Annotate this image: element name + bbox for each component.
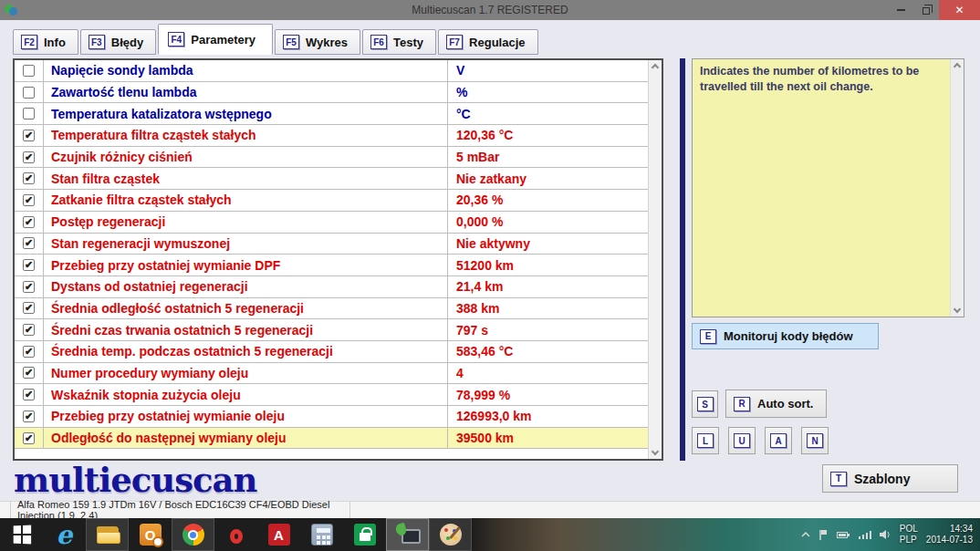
taskbar-adobe-reader-button[interactable] (257, 518, 300, 551)
parameter-row[interactable]: ✔ Średnia odległość ostatnich 5 regenera… (15, 298, 648, 320)
parameter-row[interactable]: ✔ Stan regeneracji wymuszonej Nie aktywn… (15, 234, 648, 255)
scroll-up-icon[interactable] (954, 63, 961, 70)
scroll-down-icon[interactable] (652, 448, 659, 455)
action-center-flag-icon[interactable] (818, 529, 829, 541)
parameter-value: Nie aktywny (448, 234, 648, 255)
row-checkbox[interactable] (23, 65, 35, 77)
parameter-row[interactable]: ✔ Postęp regeneracji 0,000 % (15, 212, 648, 234)
parameter-row[interactable]: ✔ Przebieg przy ostatniej wymianie oleju… (15, 406, 648, 428)
system-tray: POL PLP 14:34 2014-07-13 (801, 518, 980, 551)
adobe-reader-icon (268, 524, 290, 546)
parameter-row[interactable]: ✔ Średni czas trwania ostatnich 5 regene… (15, 319, 648, 341)
taskbar-paint-button[interactable] (429, 518, 472, 551)
parameter-row[interactable]: ✔ Czujnik różnicy ciśnień 5 mBar (15, 147, 648, 169)
parameter-value: 20,36 % (448, 190, 648, 211)
tab-błędy[interactable]: F3 Błędy (80, 29, 156, 55)
taskbar-outlook-button[interactable] (129, 518, 172, 551)
scroll-up-icon[interactable] (652, 64, 659, 71)
date: 2014-07-13 (926, 535, 973, 546)
quick-button-u[interactable]: U (728, 427, 756, 454)
quick-button-n[interactable]: N (801, 427, 829, 454)
row-checkbox[interactable]: ✔ (23, 389, 35, 400)
minimize-icon (897, 9, 905, 11)
parameter-row[interactable]: Temperatura katalizatora wstępnego °C (15, 103, 648, 125)
parameter-row[interactable]: ✔ Zatkanie filtra cząstek stałych 20,36 … (15, 190, 648, 212)
row-checkbox[interactable]: ✔ (23, 346, 35, 358)
tab-testy[interactable]: F6 Testy (362, 29, 436, 55)
parameter-row[interactable]: ✔ Dystans od ostatniej regeneracji 21,4 … (15, 276, 648, 298)
parameter-row[interactable]: ✔ Przebieg przy ostatniej wymianie DPF 5… (15, 255, 648, 276)
taskbar-windows-store-button[interactable] (343, 518, 386, 551)
parameter-name: Czujnik różnicy ciśnień (44, 147, 448, 168)
parameter-value: Nie zatkany (448, 168, 648, 189)
parameter-row[interactable]: ✔ Wskaźnik stopnia zużycia oleju 78,999 … (15, 384, 648, 406)
close-icon: ✕ (954, 4, 964, 16)
network-signal-icon[interactable] (859, 530, 871, 540)
taskbar-calculator-button[interactable] (300, 518, 343, 551)
parameter-name: Przebieg przy ostatniej wymianie DPF (44, 255, 448, 276)
quick-button-a[interactable]: A (765, 427, 792, 454)
start-icon (11, 522, 34, 546)
hidden-icons-chevron-icon[interactable] (801, 531, 810, 538)
row-checkbox[interactable]: ✔ (23, 237, 35, 249)
clock[interactable]: 14:34 2014-07-13 (926, 524, 973, 546)
parameter-name: Średni czas trwania ostatnich 5 regenera… (44, 319, 448, 340)
taskbar-start-button[interactable] (0, 518, 43, 551)
parameter-row[interactable]: ✔ Temperatura filtra cząstek stałych 120… (15, 125, 648, 147)
parameter-row[interactable]: ✔ Numer procedury wymiany oleju 4 (15, 363, 648, 385)
parameter-row[interactable]: Napięcie sondy lambda V (15, 60, 648, 82)
parameter-row[interactable]: ✔ Odległość do następnej wymiany oleju 3… (15, 428, 648, 450)
templates-button[interactable]: T Szablony (822, 464, 958, 493)
table-scrollbar[interactable] (648, 60, 662, 459)
row-checkbox[interactable]: ✔ (23, 151, 35, 163)
tab-regulacje[interactable]: F7 Regulacje (438, 29, 537, 55)
parameter-name: Zatkanie filtra cząstek stałych (44, 190, 448, 211)
auto-sort-button[interactable]: R Auto sort. (725, 390, 827, 418)
row-checkbox[interactable] (23, 108, 35, 120)
row-checkbox[interactable]: ✔ (23, 411, 35, 422)
help-scrollbar[interactable] (950, 59, 964, 317)
row-checkbox[interactable]: ✔ (23, 172, 35, 184)
row-checkbox[interactable]: ✔ (23, 432, 35, 444)
taskbar-buttons (0, 518, 472, 551)
language-indicator[interactable]: POL PLP (900, 524, 918, 546)
taskbar-opera-button[interactable] (214, 518, 257, 551)
parameter-row[interactable]: Zawartość tlenu lambda % (15, 82, 648, 104)
battery-icon[interactable] (837, 531, 850, 539)
multiecuscan-icon (396, 523, 420, 546)
parameter-value: 39500 km (448, 428, 648, 449)
scroll-down-icon[interactable] (954, 306, 961, 313)
parameter-name: Wskaźnik stopnia zużycia oleju (44, 384, 448, 405)
parameter-row[interactable]: ✔ Stan filtra cząstek Nie zatkany (15, 168, 648, 190)
window-title: Multiecuscan 1.7 REGISTERED (0, 4, 980, 16)
tab-parametery[interactable]: F4 Parametery (158, 24, 273, 55)
taskbar-file-explorer-button[interactable] (86, 518, 129, 551)
quick-button-l[interactable]: L (692, 427, 719, 454)
restore-button[interactable] (913, 0, 939, 20)
volume-icon[interactable] (880, 529, 891, 540)
parameter-value: 583,46 °C (448, 341, 648, 362)
row-checkbox[interactable]: ✔ (23, 281, 35, 293)
row-checkbox[interactable]: ✔ (23, 216, 35, 228)
taskbar-chrome-button[interactable] (172, 518, 214, 551)
row-checkbox[interactable]: ✔ (23, 324, 35, 336)
parameter-row[interactable]: ✔ Średnia temp. podczas ostatnich 5 rege… (15, 341, 648, 363)
sort-button[interactable]: S (692, 390, 718, 418)
row-checkbox[interactable]: ✔ (23, 367, 35, 379)
minimize-button[interactable] (888, 0, 913, 20)
parameter-value: 21,4 km (448, 276, 648, 297)
parameter-value: 388 km (448, 298, 648, 319)
tab-info[interactable]: F2 Info (13, 29, 78, 55)
taskbar-multiecuscan-button[interactable] (386, 518, 429, 551)
chrome-icon (182, 524, 204, 546)
row-checkbox[interactable] (23, 87, 35, 99)
close-button[interactable]: ✕ (939, 0, 980, 20)
row-checkbox[interactable]: ✔ (23, 130, 35, 141)
row-checkbox[interactable]: ✔ (23, 302, 35, 314)
row-checkbox[interactable]: ✔ (23, 259, 35, 271)
row-checkbox[interactable]: ✔ (23, 194, 35, 206)
monitor-error-codes-button[interactable]: E Monitoruj kody błędów (692, 323, 879, 349)
tab-wykres[interactable]: F5 Wykres (275, 29, 360, 55)
windows-store-icon (354, 524, 376, 546)
taskbar-ie-button[interactable] (43, 518, 86, 551)
